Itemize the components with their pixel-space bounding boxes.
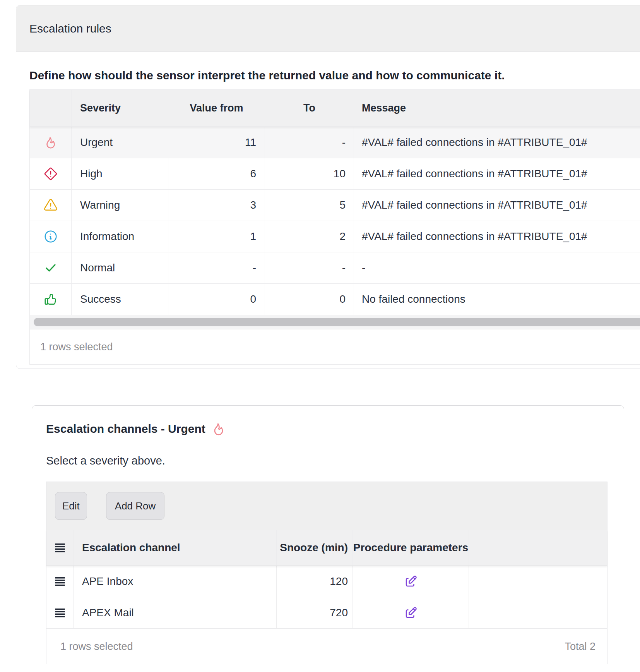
value-to-cell: 2 [265,221,354,252]
severity-label: Normal [72,252,168,283]
table-description: Define how should the sensor interpret t… [29,69,640,82]
channels-table-header: Escalation channel Snooze (min) Procedur… [46,530,607,566]
warning-triangle-icon [30,190,72,221]
severity-table-footer: 1 rows selected [30,329,640,364]
snooze-cell: 720 [277,597,353,628]
info-circle-icon [30,221,72,252]
drag-handle-icon[interactable] [46,566,74,597]
severity-row[interactable]: Warning35#VAL# failed connections in #AT… [30,190,640,221]
filler-column-header [469,530,607,566]
value-to-cell: 0 [265,284,354,315]
edit-parameters-button[interactable] [404,574,418,588]
message-cell: - [354,252,640,283]
icon-column-header [30,90,72,127]
rows-selected-label: 1 rows selected [40,341,113,353]
edit-icon [404,606,418,620]
severity-rules-table: Severity Value from To Message Urgent11-… [29,89,640,365]
severity-row[interactable]: Success00No failed connections [30,284,640,315]
value-from-cell: 0 [168,284,265,315]
column-header-to: To [265,90,354,127]
column-header-value-from: Value from [168,90,265,127]
edit-button[interactable]: Edit [55,492,87,520]
severity-label: Information [72,221,168,252]
value-from-cell: - [168,252,265,283]
total-count-label: Total 2 [565,641,596,653]
severity-table-header: Severity Value from To Message [30,90,640,127]
flame-icon [30,127,72,158]
filler-cell [469,597,607,628]
card-header: Escalation rules [16,5,640,52]
procedure-parameters-cell [353,597,469,628]
message-cell: #VAL# failed connections in #ATTRIBUTE_0… [354,190,640,221]
edit-icon [404,574,418,588]
edit-parameters-button[interactable] [404,606,418,620]
severity-row[interactable]: High610#VAL# failed connections in #ATTR… [30,158,640,190]
value-from-cell: 1 [168,221,265,252]
severity-label: Warning [72,190,168,221]
severity-label: Urgent [72,127,168,158]
procedure-parameters-cell [353,566,469,597]
channels-title: Escalation channels - Urgent [46,421,624,437]
flame-icon [211,421,226,437]
value-from-cell: 6 [168,158,265,189]
filler-cell [469,566,607,597]
drag-handle-icon[interactable] [46,597,74,628]
channel-row[interactable]: APE Inbox120 [46,566,607,597]
value-to-cell: 5 [265,190,354,221]
severity-label: Success [72,284,168,315]
channels-table-footer: 1 rows selected Total 2 [46,629,607,664]
channel-row[interactable]: APEX Mail720 [46,597,607,629]
value-from-cell: 3 [168,190,265,221]
snooze-cell: 120 [277,566,353,597]
column-header-snooze: Snooze (min) [277,530,353,566]
message-cell: #VAL# failed connections in #ATTRIBUTE_0… [354,221,640,252]
severity-row[interactable]: Normal--- [30,252,640,284]
check-icon [30,252,72,283]
thumbs-up-icon [30,284,72,315]
severity-row[interactable]: Urgent11-#VAL# failed connections in #AT… [30,127,640,158]
rows-selected-label: 1 rows selected [60,641,133,653]
escalation-rules-card: Escalation rules Define how should the s… [16,5,640,369]
column-header-escalation-channel: Escalation channel [74,530,277,566]
drag-handle-icon [53,541,67,554]
message-cell: #VAL# failed connections in #ATTRIBUTE_0… [354,127,640,158]
message-cell: #VAL# failed connections in #ATTRIBUTE_0… [354,158,640,189]
column-header-message: Message [354,90,640,127]
channel-name-cell: APEX Mail [74,597,277,628]
channels-table: Edit Add Row Escalation channel Snooze (… [46,482,607,664]
drag-column-header [46,530,74,566]
diamond-exclamation-icon [30,158,72,189]
value-to-cell: - [265,252,354,283]
channel-name-cell: APE Inbox [74,566,277,597]
add-row-button[interactable]: Add Row [106,492,165,520]
column-header-severity: Severity [72,90,168,127]
value-from-cell: 11 [168,127,265,158]
severity-label: High [72,158,168,189]
severity-hint: Select a severity above. [46,454,624,468]
channels-toolbar: Edit Add Row [46,482,607,530]
severity-row[interactable]: Information12#VAL# failed connections in… [30,221,640,252]
message-cell: No failed connections [354,284,640,315]
escalation-channels-card: Escalation channels - Urgent Select a se… [32,405,624,672]
value-to-cell: - [265,127,354,158]
column-header-procedure-parameters: Procedure parameters [353,530,469,566]
value-to-cell: 10 [265,158,354,189]
card-body: Define how should the sensor interpret t… [16,69,640,365]
scrollbar-thumb[interactable] [34,318,640,326]
horizontal-scrollbar[interactable] [30,315,640,329]
page-title: Escalation rules [29,22,111,35]
